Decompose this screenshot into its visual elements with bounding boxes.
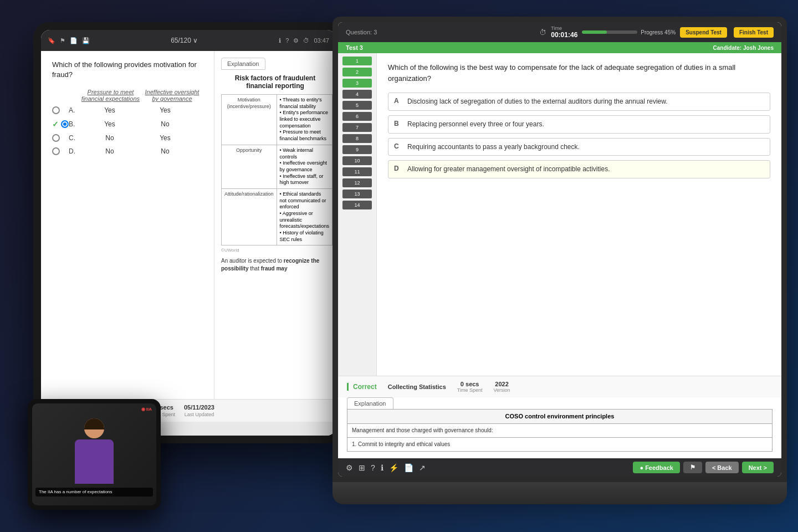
answer-text-a: Disclosing lack of segregation of duties… [407, 97, 668, 106]
next-button[interactable]: Next > [742, 462, 774, 473]
option-d-radio[interactable] [52, 147, 69, 155]
sidebar-item-7[interactable]: 7 [342, 123, 372, 132]
timer-display: 03:47 [314, 37, 329, 44]
table-row[interactable]: D. No No [52, 147, 203, 155]
risk-row-label: Opportunity [222, 145, 277, 188]
back-button[interactable]: < Back [705, 462, 739, 473]
flag-icon[interactable]: ⚑ [60, 37, 65, 44]
tablet-toolbar-icons: 🔖 ⚑ 📄 💾 [48, 37, 90, 44]
risk-row-content: • Threats to entity's financial stabilit… [277, 95, 332, 145]
table-headers: Pressure to meet financial expectations … [52, 89, 203, 102]
document-icon[interactable]: 📄 [404, 463, 413, 472]
laptop-body: Question: 3 ⏱ Time 00:01:46 Progress 45%… [332, 17, 787, 482]
version-label: Version [494, 387, 510, 393]
explanation-title: Risk factors of fraudulent financial rep… [221, 74, 329, 90]
option-val1: Yes [82, 120, 137, 128]
clock-icon: ⏱ [303, 37, 309, 44]
candidate-label: Candidate: [713, 45, 742, 51]
table-row[interactable]: C. No Yes [52, 134, 203, 142]
collecting-stat: Collecting Statistics [388, 383, 446, 390]
explanation-tab[interactable]: Explanation [221, 58, 265, 70]
bookmark-icon[interactable]: 🔖 [48, 37, 55, 44]
answer-option-a[interactable]: A Disclosing lack of segregation of duti… [388, 93, 770, 111]
stats-last-updated: 05/11/2023 Last Updated [184, 404, 214, 417]
option-val1: No [82, 147, 137, 155]
option-val2: No [137, 120, 193, 128]
answer-letter-d: D [394, 165, 402, 172]
answer-option-d[interactable]: D Allowing for greater management oversi… [388, 160, 770, 178]
candidate-info: Candidate: Josh Jones [713, 45, 774, 51]
notes-icon[interactable]: 📄 [70, 37, 78, 44]
explanation-body: An auditor is expected to recognize the … [221, 257, 329, 273]
presenter-figure [61, 418, 127, 490]
option-a-radio[interactable] [52, 106, 69, 114]
test-name: Test 3 [346, 44, 363, 51]
suspend-test-button[interactable]: Suspend Test [680, 27, 727, 38]
coso-table: COSO control environment principles Mana… [347, 409, 773, 452]
presenter-head [84, 418, 104, 438]
option-b-radio[interactable]: ✓ [52, 120, 69, 129]
presenter-body [75, 439, 114, 484]
sidebar-item-3[interactable]: 3 [342, 79, 372, 88]
progress-fill [582, 30, 607, 34]
settings-icon[interactable]: ⚙ [293, 37, 299, 44]
export-icon[interactable]: ↗ [419, 463, 426, 472]
sidebar-item-8[interactable]: 8 [342, 134, 372, 143]
option-letter: A. [69, 106, 82, 114]
answer-letter-a: A [394, 97, 402, 105]
table-row[interactable]: ✓ B. Yes No [52, 120, 203, 129]
laptop-device: Question: 3 ⏱ Time 00:01:46 Progress 45%… [332, 17, 787, 504]
tablet-explanation-panel: Explanation Risk factors of fraudulent f… [214, 51, 336, 399]
table-row[interactable]: A. Yes Yes [52, 106, 203, 114]
laptop-stats-bar: Correct Collecting Statistics 0 secs Tim… [338, 376, 781, 397]
sidebar-item-10[interactable]: 10 [342, 156, 372, 165]
info-icon[interactable]: ℹ [381, 463, 383, 472]
time-spent-stat: 0 secs Time Spent [457, 381, 483, 393]
option-val1: No [82, 134, 137, 142]
time-spent-value: 0 secs [461, 381, 479, 387]
phone-device: ◉ IIA The IIA has a number of expectatio… [28, 399, 161, 510]
laptop-explanation-tab[interactable]: Explanation [347, 397, 393, 409]
sidebar-item-9[interactable]: 9 [342, 145, 372, 154]
radio-circle [52, 106, 60, 114]
sidebar-item-4[interactable]: 4 [342, 90, 372, 99]
time-value: 00:01:46 [551, 31, 577, 39]
sidebar-item-11[interactable]: 11 [342, 167, 372, 176]
sidebar-item-5[interactable]: 5 [342, 101, 372, 110]
sidebar-item-14[interactable]: 14 [342, 201, 372, 209]
answer-option-b[interactable]: B Replacing personnel every three or fou… [388, 115, 770, 134]
tablet-topbar: 🔖 ⚑ 📄 💾 65/120 ∨ ℹ ? ⚙ ⏱ 03:47 [41, 30, 336, 51]
feedback-button[interactable]: ● Feedback [633, 462, 679, 473]
video-player[interactable]: ◉ IIA The IIA has a number of expectatio… [32, 403, 156, 505]
sidebar-item-2[interactable]: 2 [342, 68, 372, 76]
save-icon[interactable]: 💾 [82, 37, 90, 44]
question-sidebar: 1 2 3 4 5 6 7 8 9 10 11 12 13 14 [338, 53, 377, 376]
flag-button[interactable]: ⚑ [683, 462, 702, 473]
sidebar-item-6[interactable]: 6 [342, 112, 372, 121]
col-header-2: Ineffective oversight by governance [141, 89, 203, 102]
help-icon[interactable]: ? [371, 463, 375, 472]
risk-row-label: Motivation (incentive/pressure) [222, 95, 277, 145]
laptop-question-text: Which of the following is the best way t… [388, 62, 770, 84]
laptop-correct-badge: Correct [347, 383, 377, 391]
finish-test-button[interactable]: Finish Test [734, 27, 774, 38]
info-icon[interactable]: ℹ [279, 37, 281, 44]
answer-option-c[interactable]: C Requiring accountants to pass a yearly… [388, 138, 770, 156]
answer-letter-c: C [394, 142, 402, 150]
video-caption: The IIA has a number of expectations [35, 488, 153, 497]
grid-icon[interactable]: ⊞ [359, 463, 365, 472]
sidebar-item-12[interactable]: 12 [342, 178, 372, 187]
answer-text-c: Requiring accountants to pass a yearly b… [407, 142, 580, 152]
question-icon[interactable]: ? [285, 37, 289, 44]
topbar-time-section: Time 00:01:46 [551, 25, 577, 39]
laptop-explanation-section: Explanation COSO control environment pri… [338, 397, 781, 458]
laptop-base [332, 482, 787, 504]
option-c-radio[interactable] [52, 134, 69, 142]
sidebar-item-13[interactable]: 13 [342, 190, 372, 198]
option-val2: No [137, 147, 193, 155]
progress-indicator[interactable]: 65/120 ∨ [171, 37, 198, 44]
sidebar-item-1[interactable]: 1 [342, 57, 372, 65]
lightning-icon[interactable]: ⚡ [389, 463, 398, 472]
settings-icon[interactable]: ⚙ [346, 463, 353, 472]
progress-bar [582, 30, 637, 34]
